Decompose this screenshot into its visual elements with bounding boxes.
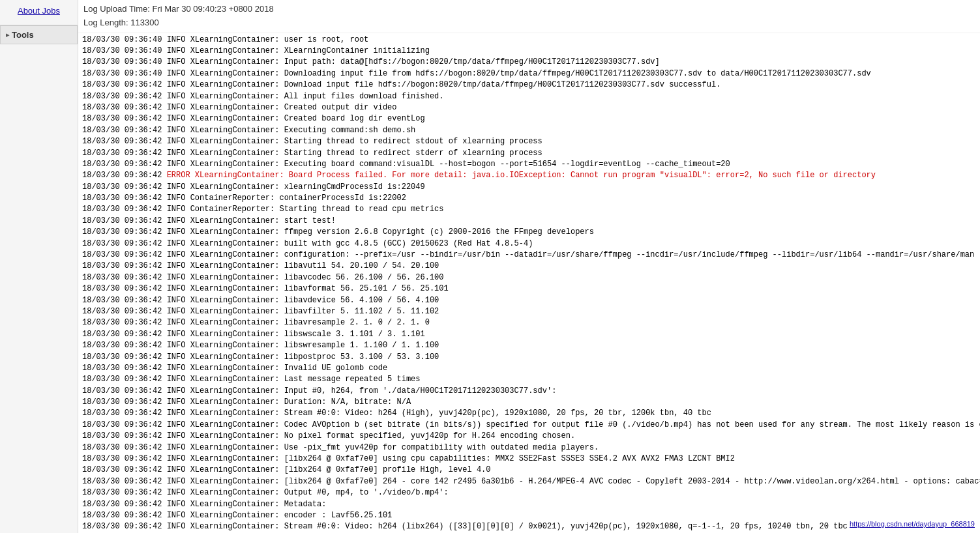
log-line: 18/03/30 09:36:42 INFO XLearningContaine… <box>82 420 976 431</box>
sidebar: About Jobs ▸ Tools <box>0 0 78 533</box>
log-line: 18/03/30 09:36:42 INFO XLearningContaine… <box>82 476 976 487</box>
tools-arrow-icon: ▸ <box>6 31 9 38</box>
log-line: 18/03/30 09:36:42 INFO XLearningContaine… <box>82 102 976 113</box>
log-line: 18/03/30 09:36:42 INFO XLearningContaine… <box>82 521 976 532</box>
log-line: 18/03/30 09:36:42 INFO XLearningContaine… <box>82 454 976 465</box>
log-line: 18/03/30 09:36:40 INFO XLearningContaine… <box>82 35 976 46</box>
log-line: 18/03/30 09:36:42 INFO XLearningContaine… <box>82 182 976 193</box>
log-header: Log Upload Time: Fri Mar 30 09:40:23 +08… <box>78 0 980 33</box>
log-line: 18/03/30 09:36:42 INFO XLearningContaine… <box>82 250 976 261</box>
log-line: 18/03/30 09:36:42 INFO XLearningContaine… <box>82 386 976 397</box>
log-line: 18/03/30 09:36:42 INFO XLearningContaine… <box>82 397 976 408</box>
log-line: 18/03/30 09:36:42 INFO XLearningContaine… <box>82 148 976 159</box>
log-length: Log Length: 113300 <box>83 16 975 30</box>
log-line: 18/03/30 09:36:42 ERROR XLearningContain… <box>82 170 976 181</box>
log-line: 18/03/30 09:36:42 INFO ContainerReporter… <box>82 193 976 204</box>
log-line: 18/03/30 09:36:42 INFO XLearningContaine… <box>82 113 976 124</box>
log-line: 18/03/30 09:36:42 INFO XLearningContaine… <box>82 431 976 442</box>
log-line: 18/03/30 09:36:42 INFO XLearningContaine… <box>82 261 976 272</box>
log-line: 18/03/30 09:36:42 INFO XLearningContaine… <box>82 283 976 295</box>
log-upload-time: Log Upload Time: Fri Mar 30 09:40:23 +08… <box>83 3 975 16</box>
log-line: 18/03/30 09:36:40 INFO XLearningContaine… <box>82 68 976 79</box>
log-line: 18/03/30 09:36:42 INFO XLearningContaine… <box>82 487 976 498</box>
log-line: 18/03/30 09:36:42 INFO XLearningContaine… <box>82 340 976 351</box>
tools-section: ▸ Tools <box>0 25 78 44</box>
log-line: 18/03/30 09:36:42 INFO XLearningContaine… <box>82 352 976 363</box>
log-line: 18/03/30 09:36:42 INFO XLearningContaine… <box>82 79 976 91</box>
log-line: 18/03/30 09:36:42 INFO XLearningContaine… <box>82 465 976 476</box>
log-line: 18/03/30 09:36:40 INFO XLearningContaine… <box>82 46 976 57</box>
log-line: 18/03/30 09:36:42 INFO XLearningContaine… <box>82 216 976 227</box>
tools-label: Tools <box>12 30 34 40</box>
log-line: 18/03/30 09:36:42 INFO XLearningContaine… <box>82 363 976 374</box>
tools-header[interactable]: ▸ Tools <box>0 25 78 44</box>
log-line: 18/03/30 09:36:40 INFO XLearningContaine… <box>82 57 976 68</box>
log-line: 18/03/30 09:36:42 INFO XLearningContaine… <box>82 374 976 385</box>
log-line: 18/03/30 09:36:42 INFO XLearningContaine… <box>82 91 976 102</box>
log-line: 18/03/30 09:36:42 INFO XLearningContaine… <box>82 159 976 170</box>
main-content: Log Upload Time: Fri Mar 30 09:40:23 +08… <box>78 0 980 533</box>
log-line: 18/03/30 09:36:42 INFO XLearningContaine… <box>82 295 976 306</box>
log-line: 18/03/30 09:36:42 INFO XLearningContaine… <box>82 510 976 521</box>
log-line: 18/03/30 09:36:42 INFO XLearningContaine… <box>82 408 976 419</box>
log-line: 18/03/30 09:36:42 INFO XLearningContaine… <box>82 329 976 340</box>
log-line: 18/03/30 09:36:42 INFO XLearningContaine… <box>82 499 976 510</box>
log-line: 18/03/30 09:36:42 INFO XLearningContaine… <box>82 306 976 317</box>
log-line: 18/03/30 09:36:42 INFO XLearningContaine… <box>82 125 976 136</box>
log-line: 18/03/30 09:36:42 INFO XLearningContaine… <box>82 272 976 283</box>
log-line: 18/03/30 09:36:42 INFO ContainerReporter… <box>82 204 976 215</box>
log-line: 18/03/30 09:36:42 INFO XLearningContaine… <box>82 317 976 328</box>
log-line: 18/03/30 09:36:42 INFO XLearningContaine… <box>82 238 976 250</box>
log-area[interactable]: 18/03/30 09:36:40 INFO XLearningContaine… <box>78 33 980 533</box>
log-line: 18/03/30 09:36:42 INFO XLearningContaine… <box>82 227 976 238</box>
log-line: 18/03/30 09:36:42 INFO XLearningContaine… <box>82 136 976 147</box>
about-jobs-link[interactable]: About Jobs <box>0 0 78 22</box>
log-line: 18/03/30 09:36:42 INFO XLearningContaine… <box>82 442 976 454</box>
